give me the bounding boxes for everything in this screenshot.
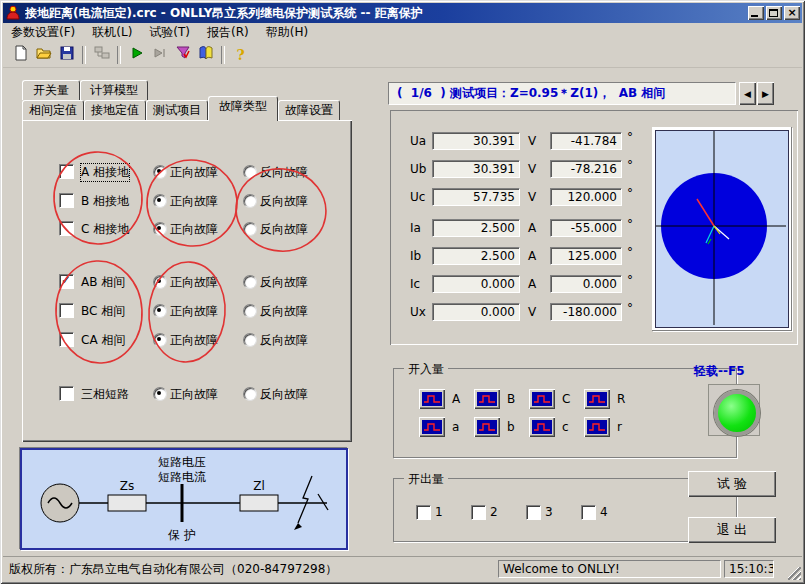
radio-forward-bc[interactable] <box>153 304 167 318</box>
radio-reverse-a[interactable] <box>243 165 257 179</box>
input-indicator-b[interactable] <box>474 417 500 437</box>
output-label-1: 1 <box>435 505 443 519</box>
step-test-button[interactable] <box>148 44 171 66</box>
input-indicator-a[interactable] <box>419 417 445 437</box>
step-icon <box>152 45 168 64</box>
digital-outputs-title: 开出量 <box>404 471 448 488</box>
radio-forward-ab[interactable] <box>153 275 167 289</box>
radio-reverse-ab[interactable] <box>243 275 257 289</box>
test-button[interactable]: 试 验 <box>688 471 776 497</box>
minimize-button[interactable] <box>748 6 764 20</box>
prev-test-button[interactable]: ◀ <box>739 82 756 105</box>
about-button[interactable]: ? <box>229 44 252 66</box>
toolbar-separator <box>82 46 86 64</box>
radio-forward-a[interactable] <box>153 165 167 179</box>
radio-reverse-bc[interactable] <box>243 304 257 318</box>
reverse-label: 反向故障 <box>260 193 308 210</box>
radio-forward-c[interactable] <box>153 222 167 236</box>
ux-angle-field[interactable]: -180.000 <box>550 303 622 321</box>
input-indicator-B[interactable] <box>474 389 500 409</box>
ib-value-field[interactable]: 2.500 <box>432 247 520 265</box>
radio-reverse-3p[interactable] <box>243 387 257 401</box>
protection-label: 保 护 <box>168 528 196 542</box>
radio-reverse-b[interactable] <box>243 194 257 208</box>
menu-report[interactable]: 报告(R) <box>199 22 258 43</box>
output-checkbox-4[interactable] <box>581 505 596 520</box>
menu-help[interactable]: 帮助(H) <box>258 22 317 43</box>
input-label-A: A <box>452 392 460 406</box>
radio-forward-b[interactable] <box>153 194 167 208</box>
tab-phase-settings[interactable]: 相间定值 <box>22 100 84 120</box>
light-load-panel <box>708 384 760 436</box>
run-test-button[interactable] <box>125 44 148 66</box>
radio-reverse-ca[interactable] <box>243 333 257 347</box>
input-indicator-R[interactable] <box>584 389 610 409</box>
ia-label: Ia <box>410 221 421 235</box>
save-file-button[interactable] <box>55 44 78 66</box>
output-checkbox-2[interactable] <box>471 505 486 520</box>
tab-switch-values[interactable]: 开关量 <box>22 80 80 100</box>
uc-value-field[interactable]: 57.735 <box>432 188 520 206</box>
ub-angle-field[interactable]: -78.216 <box>550 160 622 178</box>
ua-value-field[interactable]: 30.391 <box>432 132 520 150</box>
input-indicator-c[interactable] <box>529 417 555 437</box>
exit-button[interactable]: 退 出 <box>688 517 776 543</box>
tab-calc-model[interactable]: 计算模型 <box>80 80 148 100</box>
checkbox-c-ground[interactable] <box>59 221 74 236</box>
ux-value-field[interactable]: 0.000 <box>432 303 520 321</box>
input-label-b: b <box>507 420 515 434</box>
report-button[interactable] <box>171 44 194 66</box>
ia-angle-field[interactable]: -55.000 <box>550 219 622 237</box>
help-contents-button[interactable] <box>194 44 217 66</box>
forward-label: 正向故障 <box>170 164 218 181</box>
ic-value-field[interactable]: 0.000 <box>432 275 520 293</box>
checkbox-ab-phase[interactable] <box>59 274 74 289</box>
forward-label: 正向故障 <box>170 386 218 403</box>
status-time: 15:10:30 <box>724 560 774 578</box>
checkbox-b-ground[interactable] <box>59 193 74 208</box>
question-icon: ? <box>236 47 244 63</box>
ua-angle-field[interactable]: -41.784 <box>550 132 622 150</box>
radio-reverse-c[interactable] <box>243 222 257 236</box>
ia-value-field[interactable]: 2.500 <box>432 219 520 237</box>
tab-ground-settings[interactable]: 接地定值 <box>84 100 146 120</box>
new-file-button[interactable] <box>9 44 32 66</box>
output-checkbox-3[interactable] <box>526 505 541 520</box>
checkbox-ca-phase-label: CA 相间 <box>81 332 125 349</box>
ic-angle-field[interactable]: 0.000 <box>550 275 622 293</box>
menu-parameters[interactable]: 参数设置(F) <box>3 22 84 43</box>
input-indicator-r[interactable] <box>584 417 610 437</box>
ib-angle-field[interactable]: 125.000 <box>550 247 622 265</box>
radio-forward-ca[interactable] <box>153 333 167 347</box>
tab-fault-config[interactable]: 故障设置 <box>278 100 340 120</box>
close-button[interactable]: × <box>784 6 800 20</box>
input-indicator-A[interactable] <box>419 389 445 409</box>
checkbox-a-ground[interactable] <box>59 164 74 179</box>
next-test-button[interactable]: ▶ <box>757 82 774 105</box>
menu-test[interactable]: 试验(T) <box>141 22 199 43</box>
ua-unit: V <box>528 134 536 148</box>
checkbox-bc-phase[interactable] <box>59 303 74 318</box>
tab-fault-type[interactable]: 故障类型 <box>208 96 278 121</box>
checkbox-c-ground-label: C 相接地 <box>81 221 129 238</box>
help-book-icon <box>198 45 214 64</box>
checkbox-three-phase[interactable] <box>59 386 74 401</box>
reverse-label: 反向故障 <box>260 164 308 181</box>
checkbox-ca-phase[interactable] <box>59 332 74 347</box>
maximize-button[interactable] <box>766 6 782 20</box>
light-load-button[interactable] <box>714 390 760 436</box>
tab-test-items[interactable]: 测试项目 <box>146 100 208 120</box>
menu-connect[interactable]: 联机(L) <box>84 22 141 43</box>
ub-value-field[interactable]: 30.391 <box>432 160 520 178</box>
radio-forward-3p[interactable] <box>153 387 167 401</box>
open-file-button[interactable] <box>32 44 55 66</box>
menu-bar: 参数设置(F) 联机(L) 试验(T) 报告(R) 帮助(H) <box>3 23 802 42</box>
connect-devices-button[interactable] <box>90 44 113 66</box>
resize-grip[interactable] <box>788 567 801 580</box>
degree-symbol: ° <box>627 130 633 144</box>
app-window: 接地距离(电流恒定).crc - ONLLY昂立系列继电保护测试系统 -- 距离… <box>0 0 805 584</box>
uc-angle-field[interactable]: 120.000 <box>550 188 622 206</box>
output-checkbox-1[interactable] <box>416 505 431 520</box>
input-indicator-C[interactable] <box>529 389 555 409</box>
toolbar-separator <box>117 46 121 64</box>
